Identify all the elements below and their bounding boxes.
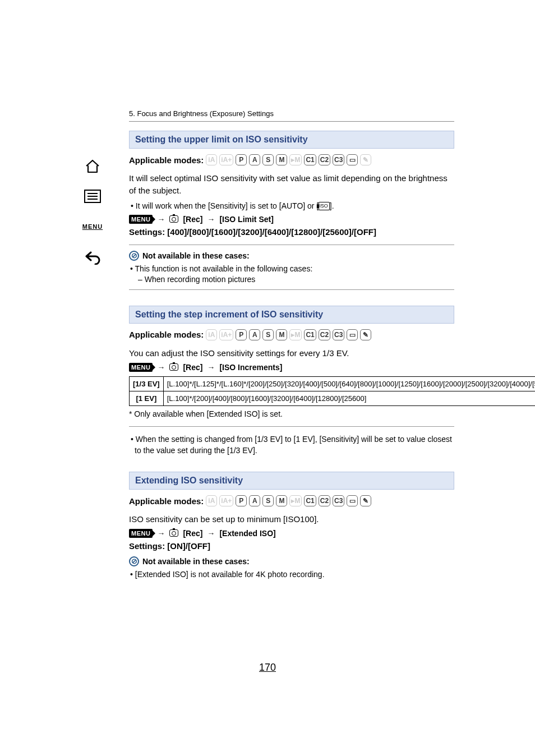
arrow-icon: →	[157, 215, 165, 224]
mode-a-icon: A	[249, 154, 260, 165]
mode-p-icon: P	[236, 329, 247, 340]
mode-iap-icon: iA+	[219, 495, 233, 506]
mode-m-icon: M	[276, 495, 287, 506]
section-header-iso-increments: Setting the step increment of ISO sensit…	[129, 306, 454, 324]
not-available-icon: ⊘	[129, 251, 139, 261]
menu-item-label: [Extended ISO]	[219, 529, 275, 538]
back-icon[interactable]	[82, 248, 103, 266]
mode-c2-icon: C2	[319, 495, 330, 506]
iso-limit-condition-suffix: ].	[330, 201, 334, 210]
applicable-modes-row-2: Applicable modes: iA iA+ P A S M ▸M C1 C…	[129, 329, 454, 340]
page-number[interactable]: 170	[0, 662, 535, 674]
note-title-text: Not available in these cases:	[142, 251, 250, 260]
mode-a-icon: A	[249, 495, 260, 506]
mode-scn-icon: ▭	[347, 495, 358, 506]
mode-c3-icon: C3	[333, 495, 344, 506]
menu-label-icon[interactable]: MENU	[82, 218, 103, 236]
mode-s-icon: S	[262, 495, 274, 506]
mode-c3-icon: C3	[333, 329, 344, 340]
mode-c1-icon: C1	[304, 495, 316, 506]
arrow-icon: →	[207, 529, 215, 538]
camera-icon	[169, 215, 178, 223]
toc-icon[interactable]	[82, 187, 103, 205]
mode-iap-icon: iA+	[219, 154, 233, 165]
breadcrumb: 5. Focus and Brightness (Exposure) Setti…	[129, 109, 454, 122]
menu-rec-label: [Rec]	[183, 529, 202, 538]
applicable-modes-label: Applicable modes:	[129, 155, 204, 165]
home-icon[interactable]	[82, 157, 103, 175]
iso-limit-description: It will select optimal ISO sensitivity w…	[129, 172, 454, 197]
page-content: 5. Focus and Brightness (Exposure) Setti…	[129, 109, 454, 592]
applicable-modes-row-1: Applicable modes: iA iA+ P A S M ▸M C1 C…	[129, 154, 454, 165]
menu-rec-label: [Rec]	[183, 363, 202, 372]
applicable-modes-label: Applicable modes:	[129, 496, 204, 506]
camera-icon	[169, 529, 178, 537]
iso-increments-description: You can adjust the ISO sensitivity setti…	[129, 347, 454, 359]
mode-ia-icon: iA	[206, 329, 217, 340]
arrow-icon: →	[207, 363, 215, 372]
menu-rec-label: [Rec]	[183, 215, 202, 224]
extended-iso-footnote: * Only available when [Extended ISO] is …	[129, 409, 454, 418]
sidebar-nav: MENU	[79, 157, 107, 266]
mode-c1-icon: C1	[304, 329, 316, 340]
arrow-icon: →	[157, 363, 165, 372]
note-box-iso-limit: ⊘ Not available in these cases: • This f…	[129, 245, 454, 290]
iso-limit-settings: Settings: [400]/[800]/[1600]/[3200]/[640…	[129, 227, 454, 237]
menu-badge-icon: MENU	[129, 215, 153, 224]
mode-p-icon: P	[236, 154, 247, 165]
note-sublist-item: – When recording motion pictures	[129, 275, 454, 284]
mode-palette-icon: ✎	[360, 329, 371, 340]
menu-item-label: [ISO Limit Set]	[219, 215, 273, 224]
menu-badge-icon: MENU	[129, 529, 153, 538]
applicable-modes-label: Applicable modes:	[129, 330, 204, 339]
mode-c2-icon: C2	[319, 329, 330, 340]
table-row-values: [L.100]*/[L.125]*/[L.160]*/[200]/[250]/[…	[163, 376, 535, 391]
mode-scn-icon: ▭	[347, 154, 358, 165]
note-body-text: • This function is not available in the …	[129, 263, 454, 275]
menu-path-iso-limit: MENU → [Rec] → [ISO Limit Set]	[129, 215, 454, 224]
iso-increments-note: • When the setting is changed from [1/3 …	[129, 426, 454, 457]
section-header-iso-limit: Setting the upper limit on ISO sensitivi…	[129, 131, 454, 149]
note-title-text: Not available in these cases:	[142, 557, 250, 566]
table-row-head: [1/3 EV]	[130, 376, 164, 391]
applicable-modes-row-3: Applicable modes: iA iA+ P A S M ▸M C1 C…	[129, 495, 454, 506]
iso-increments-table: [1/3 EV] [L.100]*/[L.125]*/[L.160]*/[200…	[129, 376, 535, 406]
iso-limit-condition: • It will work when the [Sensitivity] is…	[129, 200, 454, 211]
mode-p-icon: P	[236, 495, 247, 506]
mode-c1-icon: C1	[304, 154, 316, 165]
mode-m-icon: M	[276, 154, 287, 165]
not-available-icon: ⊘	[129, 556, 139, 566]
note-box-extended-iso: ⊘ Not available in these cases: • [Exten…	[129, 556, 454, 580]
menu-item-label: [ISO Increments]	[219, 363, 282, 372]
section-header-extended-iso: Extending ISO sensitivity	[129, 472, 454, 490]
table-row-head: [1 EV]	[130, 391, 164, 405]
arrow-icon: →	[157, 529, 165, 538]
mode-scn-icon: ▭	[347, 329, 358, 340]
menu-path-extended-iso: MENU → [Rec] → [Extended ISO]	[129, 529, 454, 538]
mode-a-icon: A	[249, 329, 260, 340]
iso-auto-icon: ▮ISO	[319, 202, 330, 210]
table-row: [1/3 EV] [L.100]*/[L.125]*/[L.160]*/[200…	[130, 376, 536, 391]
mode-ia-icon: iA	[206, 495, 217, 506]
extended-iso-description: ISO sensitivity can be set up to minimum…	[129, 513, 454, 525]
mode-palette-icon: ✎	[360, 154, 371, 165]
camera-icon	[169, 363, 178, 371]
mode-iap-icon: iA+	[219, 329, 233, 340]
mode-movie-icon: ▸M	[289, 495, 302, 506]
iso-limit-condition-prefix: • It will work when the [Sensitivity] is…	[131, 201, 319, 210]
mode-movie-icon: ▸M	[289, 329, 302, 340]
mode-s-icon: S	[262, 329, 274, 340]
extended-iso-settings: Settings: [ON]/[OFF]	[129, 541, 454, 551]
mode-ia-icon: iA	[206, 154, 217, 165]
menu-badge-icon: MENU	[129, 363, 153, 372]
mode-s-icon: S	[262, 154, 274, 165]
mode-palette-icon: ✎	[360, 495, 371, 506]
table-row: [1 EV] [L.100]*/[200]/[400]/[800]/[1600]…	[130, 391, 536, 405]
mode-c2-icon: C2	[319, 154, 330, 165]
table-row-values: [L.100]*/[200]/[400]/[800]/[1600]/[3200]…	[163, 391, 535, 405]
mode-movie-icon: ▸M	[289, 154, 302, 165]
note-body-text: • [Extended ISO] is not available for 4K…	[129, 569, 454, 580]
menu-path-iso-increments: MENU → [Rec] → [ISO Increments]	[129, 363, 454, 372]
mode-c3-icon: C3	[333, 154, 344, 165]
arrow-icon: →	[207, 215, 215, 224]
